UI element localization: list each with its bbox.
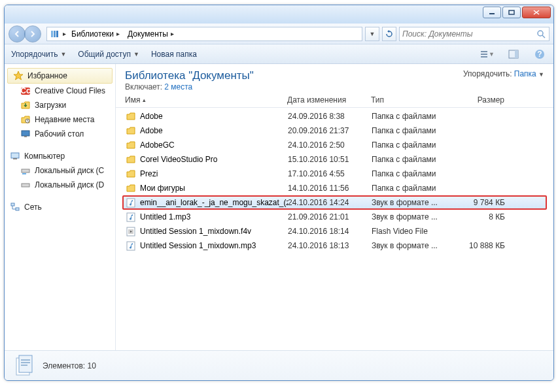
chevron-right-icon[interactable]: ▸ [63,30,66,37]
item-label: Локальный диск (D [35,180,104,189]
file-name: emin__ani_lorak_-_ja_ne_mogu_skazat_(z..… [140,198,288,207]
file-type: Папка с файлами [372,184,453,193]
col-name[interactable]: Имя ▴ [125,95,287,105]
sidebar-item-drive-c[interactable]: Локальный диск (C [5,163,115,178]
file-row[interactable]: Untitled Session 1_mixdown.f4v24.10.2016… [122,224,547,238]
downloads-icon [20,100,31,110]
svg-rect-8 [481,54,487,55]
folder-icon [126,140,136,150]
file-list: Adobe24.09.2016 8:38Папка с файламиAdobe… [116,108,553,254]
sidebar-header-network[interactable]: Сеть [5,200,115,214]
svg-rect-20 [13,158,17,159]
svg-rect-19 [11,153,19,158]
status-text: Элементов: 10 [43,361,96,370]
sidebar-item-downloads[interactable]: Загрузки [5,98,115,112]
close-button[interactable] [522,7,551,18]
statusbar: Элементов: 10 [5,350,553,380]
drive-icon [20,180,31,190]
address-dropdown[interactable]: ▼ [365,27,379,41]
svg-rect-21 [22,169,29,172]
file-row[interactable]: Prezi17.10.2016 4:55Папка с файлами [122,167,547,181]
sidebar-item-recent[interactable]: Недавние места [5,112,115,127]
sidebar-header-favorites[interactable]: Избранное [7,68,113,84]
col-type[interactable]: Тип [371,95,452,105]
sidebar-item-desktop[interactable]: Рабочий стол [5,127,115,141]
file-type: Flash Video File [372,227,453,236]
file-row[interactable]: Corel VideoStudio Pro15.10.2016 10:51Пап… [122,152,547,167]
library-title: Библиотека "Документы" [125,69,254,82]
share-menu[interactable]: Общий доступ ▼ [78,50,139,59]
maximize-button[interactable] [502,7,521,18]
file-size: 9 784 КБ [453,198,505,207]
chevron-right-icon: ▸ [116,30,120,37]
refresh-button[interactable] [382,27,396,41]
file-row[interactable]: AdobeGC24.10.2016 2:50Папка с файлами [122,138,547,152]
help-button[interactable]: ? [532,47,547,61]
explorer-window: ▸ Библиотеки▸ Документы▸ ▼ Упорядочить ▼… [4,5,554,381]
sidebar-item-cc[interactable]: CcCreative Cloud Files [5,84,115,98]
item-label: Creative Cloud Files [35,86,105,95]
file-type: Звук в формате ... [372,198,453,207]
file-type: Папка с файлами [372,169,453,178]
desktop-icon [20,129,31,139]
svg-rect-22 [22,173,26,174]
file-name: Adobe [140,126,163,135]
file-size: 8 КБ [453,212,505,221]
file-date: 24.10.2016 18:13 [288,241,372,250]
svg-rect-4 [56,31,58,37]
file-row[interactable]: emin__ani_lorak_-_ja_ne_mogu_skazat_(z..… [122,195,547,210]
search-input[interactable] [402,29,536,39]
svg-point-5 [538,31,543,36]
col-date[interactable]: Дата изменения [287,95,371,105]
breadcrumb-documents[interactable]: Документы▸ [125,29,177,39]
file-type: Звук в формате ... [372,241,453,250]
new-folder-button[interactable]: Новая папка [151,50,197,59]
favorites-label: Избранное [27,71,67,80]
sidebar-header-computer[interactable]: Компьютер [5,149,115,163]
file-name: Мои фигуры [140,184,185,193]
folder-icon [126,154,136,165]
breadcrumb-libraries[interactable]: Библиотеки▸ [69,29,122,39]
svg-rect-11 [515,50,518,58]
svg-line-6 [542,35,545,38]
toolbar: Упорядочить ▼ Общий доступ ▼ Новая папка… [5,44,553,64]
back-button[interactable] [9,25,26,42]
svg-rect-9 [481,56,487,57]
minimize-button[interactable] [483,7,501,18]
arrange-dropdown[interactable]: Папка ▼ [514,69,544,78]
folder-icon [126,125,136,136]
file-date: 21.09.2016 21:01 [288,212,372,221]
item-label: Локальный диск (C [35,166,104,175]
file-type: Папка с файлами [372,112,453,121]
search-box[interactable] [399,27,549,41]
nav-back-forward [9,25,44,42]
col-size[interactable]: Размер [452,95,504,105]
file-row[interactable]: Untitled 1.mp321.09.2016 21:01Звук в фор… [122,210,547,224]
video-icon [126,226,136,237]
view-options-button[interactable]: ▼ [480,47,495,61]
svg-rect-33 [21,359,30,361]
file-row[interactable]: Untitled Session 1_mixdown.mp324.10.2016… [122,238,547,253]
svg-rect-23 [22,184,29,187]
file-row[interactable]: Adobe20.09.2016 21:37Папка с файлами [122,123,547,138]
file-row[interactable]: Мои фигуры14.10.2016 11:56Папка с файлам… [122,181,547,195]
file-row[interactable]: Adobe24.09.2016 8:38Папка с файлами [122,109,547,123]
documents-icon [12,354,36,378]
svg-text:Cc: Cc [20,86,31,95]
folder-icon [126,169,136,179]
breadcrumb-label: Документы [128,29,168,39]
svg-text:?: ? [537,50,542,59]
file-name: Prezi [140,169,158,178]
svg-rect-35 [21,365,27,366]
star-icon [13,71,24,81]
svg-rect-24 [11,203,14,206]
item-label: Рабочий стол [35,129,84,139]
forward-button[interactable] [24,25,41,42]
file-date: 15.10.2016 10:51 [288,155,372,164]
organize-menu[interactable]: Упорядочить ▼ [11,50,66,59]
preview-pane-button[interactable] [506,47,521,61]
svg-rect-3 [54,31,56,37]
sidebar-item-drive-d[interactable]: Локальный диск (D [5,178,115,192]
address-bar[interactable]: ▸ Библиотеки▸ Документы▸ [46,27,362,41]
includes-link[interactable]: 2 места [164,82,192,91]
